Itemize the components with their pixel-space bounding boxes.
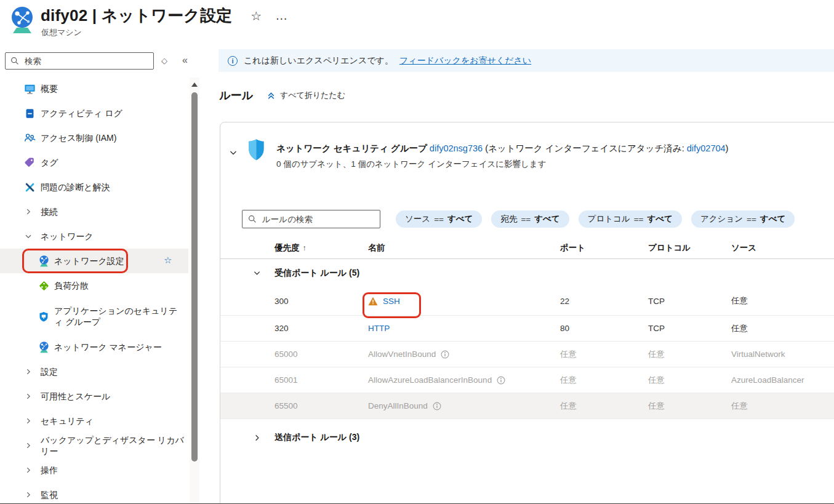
warning-icon <box>368 297 378 306</box>
rule-row-HTTP[interactable]: 320HTTP80TCP任意 <box>220 316 834 342</box>
chevron-right-icon[interactable] <box>25 466 32 474</box>
collapse-all-button[interactable]: すべて折りたたむ <box>267 90 345 101</box>
inbound-rules-group-label: 受信ポート ルール (5) <box>275 268 834 279</box>
rule-search-input[interactable] <box>261 214 374 225</box>
sidebar-item-1[interactable]: アクティビティ ログ <box>0 101 188 126</box>
sidebar-item-label: 負荷分散 <box>54 280 89 291</box>
sidebar-scrollbar[interactable] <box>190 78 199 504</box>
rule-row-DenyAllInBound[interactable]: 65500DenyAllInBound任意任意任意 <box>220 393 834 419</box>
chevron-down-icon[interactable] <box>25 233 32 240</box>
sidebar-item-2[interactable]: アクセス制御 (IAM) <box>0 126 188 150</box>
filter-pill-1[interactable]: 宛先==すべて <box>491 210 569 228</box>
chevron-right-icon[interactable] <box>25 417 32 425</box>
sidebar-item-group-12[interactable]: 可用性とスケール <box>0 384 188 409</box>
search-icon <box>10 57 19 65</box>
chevron-right-icon[interactable] <box>25 208 32 215</box>
column-port[interactable]: ポート <box>560 242 648 254</box>
filter-value: すべて <box>760 214 785 225</box>
diagnose-tools-icon <box>23 181 36 193</box>
nic-link[interactable]: dify02704 <box>687 143 726 153</box>
rule-name-cell: AllowVnetInBound <box>368 350 560 359</box>
chevron-down-icon[interactable] <box>253 269 261 277</box>
rule-port: 任意 <box>560 375 648 386</box>
sidebar-item-group-16[interactable]: 監視 <box>0 482 188 504</box>
info-icon[interactable] <box>433 402 441 410</box>
scrollbar-up-arrow[interactable] <box>191 82 198 87</box>
filter-pill-3[interactable]: アクション==すべて <box>691 210 795 228</box>
rule-row-AllowAzureLoadBalancerInBound[interactable]: 65001AllowAzureLoadBalancerInBound任意任意Az… <box>220 367 834 393</box>
rule-name-cell: HTTP <box>368 324 560 333</box>
rule-priority: 320 <box>275 324 368 333</box>
rule-row-AllowVnetInBound[interactable]: 65000AllowVnetInBound任意任意VirtualNetwork <box>220 342 834 367</box>
column-name[interactable]: 名前 <box>368 242 560 254</box>
rule-row-SSH[interactable]: 300SSH22TCP任意 <box>220 287 834 316</box>
sidebar-item-group-13[interactable]: セキュリティ <box>0 409 188 433</box>
scrollbar-thumb[interactable] <box>191 92 198 462</box>
sidebar-item-label: ネットワーク設定 <box>54 255 124 266</box>
sidebar-search-input[interactable] <box>23 56 148 66</box>
filter-field: プロトコル <box>588 214 630 225</box>
filter-pill-2[interactable]: プロトコル==すべて <box>579 210 682 228</box>
favorite-star-icon[interactable]: ☆ <box>164 255 172 266</box>
more-options-icon[interactable]: … <box>275 9 289 23</box>
nsg-type-label: ネットワーク セキュリティ グループ <box>276 143 427 153</box>
table-header-row: 優先度↑ 名前 ポート プロトコル ソース <box>220 238 834 259</box>
sidebar-item-label: 問題の診断と解決 <box>41 182 110 193</box>
sidebar-item-label: 監視 <box>41 489 58 500</box>
chevron-right-icon[interactable] <box>25 491 32 498</box>
column-protocol[interactable]: プロトコル <box>648 242 731 254</box>
info-icon[interactable] <box>441 350 449 359</box>
sidebar-item-label: 接続 <box>41 206 58 217</box>
rule-source: 任意 <box>731 401 834 412</box>
sidebar-item-group-14[interactable]: バックアップとディザスター リカバリー <box>0 433 188 458</box>
collapse-sidebar-icon[interactable]: « <box>182 55 188 66</box>
inbound-rules-group-row[interactable]: 受信ポート ルール (5) <box>220 259 834 287</box>
rule-search-box[interactable] <box>242 210 380 228</box>
sidebar-item-group-6[interactable]: ネットワーク <box>0 224 188 249</box>
favorite-star-icon[interactable]: ☆ <box>251 9 262 23</box>
feedback-link[interactable]: フィードバックをお寄せください <box>399 55 531 66</box>
nsg-attached-prefix: (ネットワーク インターフェイスにアタッチ済み: <box>485 143 687 153</box>
sidebar-item-9[interactable]: アプリケーションのセキュリティ グループ <box>0 298 188 335</box>
sidebar-item-4[interactable]: 問題の診断と解決 <box>0 175 188 199</box>
chevron-right-icon[interactable] <box>25 442 32 449</box>
rule-name-link: AllowVnetInBound <box>368 350 436 359</box>
sidebar-item-label: 操作 <box>41 465 58 476</box>
nsg-expand-chevron-icon[interactable] <box>229 148 238 159</box>
rule-port: 任意 <box>560 349 648 360</box>
sidebar-item-group-15[interactable]: 操作 <box>0 458 188 482</box>
pin-diamond-icon[interactable]: ◇ <box>161 56 167 65</box>
sidebar-item-group-11[interactable]: 設定 <box>0 359 188 384</box>
sidebar-item-3[interactable]: タグ <box>0 150 188 175</box>
sidebar-item-group-5[interactable]: 接続 <box>0 199 188 224</box>
sidebar-item-10[interactable]: ネットワーク マネージャー <box>0 335 188 359</box>
sidebar-item-label: 可用性とスケール <box>41 391 110 402</box>
chevron-right-icon[interactable] <box>25 393 32 400</box>
sidebar-item-8[interactable]: 負荷分散 <box>0 273 188 298</box>
rule-name-link[interactable]: HTTP <box>368 324 390 333</box>
rule-source: AzureLoadBalancer <box>731 375 834 385</box>
column-source[interactable]: ソース <box>731 242 834 254</box>
filter-field: 宛先 <box>500 214 517 225</box>
azure-portal-vm-network-settings: dify02 | ネットワーク設定 ☆ … 仮想マシン ◇ « 概要アクティビテ… <box>0 0 834 504</box>
sidebar-item-7[interactable]: ネットワーク設定☆ <box>0 249 188 273</box>
rule-name-cell: SSH <box>368 297 560 306</box>
outbound-rules-group-row[interactable]: 送信ポート ルール (3) <box>220 425 834 450</box>
info-icon[interactable] <box>497 376 505 385</box>
filter-operator: == <box>434 215 444 224</box>
rule-protocol: TCP <box>648 297 731 306</box>
filter-field: ソース <box>405 214 430 225</box>
chevron-right-icon[interactable] <box>253 434 261 442</box>
rule-priority: 65500 <box>275 401 368 410</box>
chevron-right-icon[interactable] <box>25 368 32 375</box>
rule-name-link[interactable]: SSH <box>383 297 400 306</box>
column-priority[interactable]: 優先度 <box>275 242 300 254</box>
filter-pill-0[interactable]: ソース==すべて <box>396 210 482 228</box>
rule-source: VirtualNetwork <box>731 350 834 359</box>
sidebar-item-0[interactable]: 概要 <box>0 76 188 101</box>
filter-field: アクション <box>700 214 743 225</box>
sidebar-search-box[interactable] <box>5 52 154 70</box>
nsg-name-link[interactable]: dify02nsg736 <box>430 143 483 153</box>
activity-log-icon <box>23 107 36 119</box>
filter-operator: == <box>747 215 756 224</box>
